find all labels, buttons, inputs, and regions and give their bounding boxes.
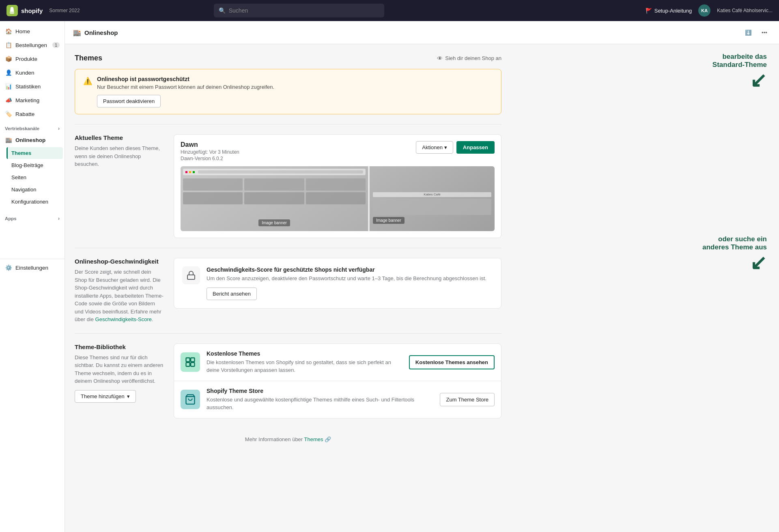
theme-store-icon bbox=[185, 394, 196, 405]
sidebar-item-statistiken[interactable]: 📊 Statistiken bbox=[0, 79, 65, 93]
current-theme-desc: Aktuelles Theme Deine Kunden sehen diese… bbox=[75, 134, 164, 168]
svg-rect-6 bbox=[191, 363, 194, 366]
sidebar-item-home[interactable]: 🏠 Home bbox=[0, 24, 65, 38]
sidebar-sub-navigation[interactable]: Navigation bbox=[6, 184, 63, 195]
sidebar-label-bestellungen: Bestellungen bbox=[15, 42, 47, 48]
preview-side-label: Image banner bbox=[373, 217, 405, 224]
vertriebskanaele-section[interactable]: Vertriebskanäle › bbox=[0, 121, 65, 133]
topnav-right: 🚩 Setup-Anleitung KA Katies Café Abholse… bbox=[646, 4, 773, 17]
free-themes-icon-box bbox=[181, 352, 200, 372]
search-input[interactable] bbox=[229, 7, 379, 14]
actions-dropdown-btn[interactable]: Aktionen ▾ bbox=[416, 141, 453, 154]
speed-link[interactable]: Geschwindigkeits-Score bbox=[95, 316, 152, 322]
report-btn[interactable]: Bericht ansehen bbox=[207, 287, 257, 300]
deactivate-password-btn[interactable]: Passwort deaktivieren bbox=[97, 95, 161, 107]
speed-section: Onlineshop-Geschwindigkeit Der Score zei… bbox=[75, 258, 501, 324]
sidebar-settings[interactable]: ⚙️ Einstellungen bbox=[0, 259, 65, 275]
layout: 🏠 Home 📋 Bestellungen 1 📦 Produkte 👤 Kun… bbox=[0, 21, 779, 532]
svg-rect-3 bbox=[186, 358, 190, 362]
sidebar-item-produkte[interactable]: 📦 Produkte bbox=[0, 52, 65, 66]
settings-icon: ⚙️ bbox=[5, 264, 12, 271]
theme-store-btn[interactable]: Zum Theme Store bbox=[440, 393, 495, 406]
sidebar-item-rabatte[interactable]: 🏷️ Rabatte bbox=[0, 107, 65, 121]
sidebar-sub-blog[interactable]: Blog-Beiträge bbox=[6, 159, 63, 171]
topnav: shopify Sommer 2022 🔍 🚩 Setup-Anleitung … bbox=[0, 0, 779, 21]
sidebar-label-statistiken: Statistiken bbox=[15, 84, 41, 90]
more-info: Mehr Informationen über Themes 🔗 bbox=[75, 428, 501, 450]
season-label: Sommer 2022 bbox=[49, 8, 80, 13]
page-header: 🏬 Onlineshop ⬇️ ••• bbox=[65, 21, 779, 44]
page-header-right: ⬇️ ••• bbox=[742, 26, 771, 39]
add-theme-btn[interactable]: Theme hinzufügen ▾ bbox=[75, 390, 136, 403]
search-bar[interactable]: 🔍 bbox=[214, 4, 384, 17]
speed-card: Geschwindigkeits-Score für geschützte Sh… bbox=[174, 258, 501, 309]
svg-rect-4 bbox=[191, 358, 194, 362]
free-themes-desc: Die kostenlosen Themes von Shopify sind … bbox=[207, 358, 402, 374]
preview-main: Image banner bbox=[181, 166, 368, 231]
more-options-icon-btn[interactable]: ••• bbox=[758, 26, 771, 39]
sidebar-item-kunden[interactable]: 👤 Kunden bbox=[0, 66, 65, 79]
orders-badge: 1 bbox=[52, 42, 60, 48]
alert-desc: Nur Besucher mit einem Passwort können a… bbox=[97, 84, 493, 90]
page-header-icon: 🏬 bbox=[73, 29, 81, 36]
sidebar-sub-konfigurationen[interactable]: Konfigurationen bbox=[6, 196, 63, 208]
store-name: Katies Café Abholservic... bbox=[717, 8, 773, 13]
current-theme-desc-text: Deine Kunden sehen dieses Theme, wenn si… bbox=[75, 144, 164, 168]
setup-link[interactable]: 🚩 Setup-Anleitung bbox=[646, 8, 692, 14]
apps-label: Apps bbox=[5, 216, 17, 221]
sidebar-sub-seiten[interactable]: Seiten bbox=[6, 172, 63, 183]
sidebar-item-bestellungen[interactable]: 📋 Bestellungen 1 bbox=[0, 38, 65, 52]
theme-name: Dawn bbox=[181, 141, 239, 148]
navigation-label: Navigation bbox=[11, 187, 36, 193]
library-card: Kostenlose Themes Die kostenlosen Themes… bbox=[174, 343, 501, 418]
alert-content: Onlineshop ist passwortgeschützt Nur Bes… bbox=[97, 76, 493, 107]
sidebar-label-home: Home bbox=[15, 28, 30, 34]
apps-section[interactable]: Apps › bbox=[0, 211, 65, 223]
free-themes-btn[interactable]: Kostenlose Themes ansehen bbox=[409, 355, 495, 369]
dropdown-arrow-icon: ▾ bbox=[444, 144, 447, 150]
speed-card-content: Geschwindigkeits-Score für geschützte Sh… bbox=[207, 266, 493, 300]
theme-preview: Image banner Katies Café Image banner bbox=[181, 166, 495, 231]
shopify-logo[interactable]: shopify bbox=[6, 5, 43, 16]
chevron-icon: › bbox=[58, 126, 60, 131]
logo-text: shopify bbox=[21, 7, 43, 14]
customize-btn[interactable]: Anpassen bbox=[456, 141, 495, 154]
seiten-label: Seiten bbox=[11, 174, 26, 180]
svg-rect-0 bbox=[10, 13, 15, 13]
themes-info-link[interactable]: Themes bbox=[304, 436, 323, 442]
library-cards: Kostenlose Themes Die kostenlosen Themes… bbox=[174, 343, 501, 418]
discounts-icon: 🏷️ bbox=[5, 110, 12, 118]
sidebar: 🏠 Home 📋 Bestellungen 1 📦 Produkte 👤 Kun… bbox=[0, 21, 65, 532]
blog-label: Blog-Beiträge bbox=[11, 162, 43, 168]
sidebar-item-onlineshop[interactable]: 🏬 Onlineshop bbox=[0, 133, 65, 147]
view-shop-label: Sieh dir deinen Shop an bbox=[445, 55, 501, 61]
themes-section-title: Themes bbox=[75, 54, 102, 62]
speed-section-desc: Der Score zeigt, wie schnell dein Shop f… bbox=[75, 268, 164, 324]
actions-label: Aktionen bbox=[422, 144, 443, 150]
konfigurationen-label: Konfigurationen bbox=[11, 199, 48, 205]
sidebar-label-produkte: Produkte bbox=[15, 56, 37, 62]
speed-card-title: Geschwindigkeits-Score für geschützte Sh… bbox=[207, 266, 493, 273]
add-theme-label: Theme hinzufügen bbox=[81, 393, 125, 399]
avatar[interactable]: KA bbox=[698, 4, 710, 17]
theme-actions: Aktionen ▾ Anpassen bbox=[416, 141, 495, 154]
free-themes-action: Kostenlose Themes ansehen bbox=[409, 355, 495, 369]
theme-version: Dawn-Version 6.0.2 bbox=[181, 156, 239, 161]
view-shop-link[interactable]: 👁 Sieh dir deinen Shop an bbox=[437, 55, 501, 62]
theme-store-desc: Kostenlose und ausgewählte kostenpflicht… bbox=[207, 396, 433, 412]
svg-rect-2 bbox=[187, 275, 195, 279]
download-icon-btn[interactable]: ⬇️ bbox=[742, 26, 755, 39]
lock-icon bbox=[186, 270, 196, 280]
alert-title: Onlineshop ist passwortgeschützt bbox=[97, 76, 493, 82]
current-theme-section: Aktuelles Theme Deine Kunden sehen diese… bbox=[75, 134, 501, 238]
sidebar-subnav: Themes Blog-Beiträge Seiten Navigation K… bbox=[0, 147, 65, 208]
divider-2 bbox=[75, 248, 501, 248]
alert-icon: ⚠️ bbox=[83, 77, 92, 86]
sidebar-item-marketing[interactable]: 📣 Marketing bbox=[0, 93, 65, 107]
library-section: Theme-Bibliothek Diese Themes sind nur f… bbox=[75, 343, 501, 418]
flag-icon: 🚩 bbox=[646, 8, 652, 14]
svg-rect-5 bbox=[186, 363, 190, 366]
theme-added: Hinzugefügt: Vor 3 Minuten bbox=[181, 149, 239, 155]
library-desc-left: Theme-Bibliothek Diese Themes sind nur f… bbox=[75, 343, 164, 403]
sidebar-sub-themes[interactable]: Themes bbox=[6, 147, 63, 159]
